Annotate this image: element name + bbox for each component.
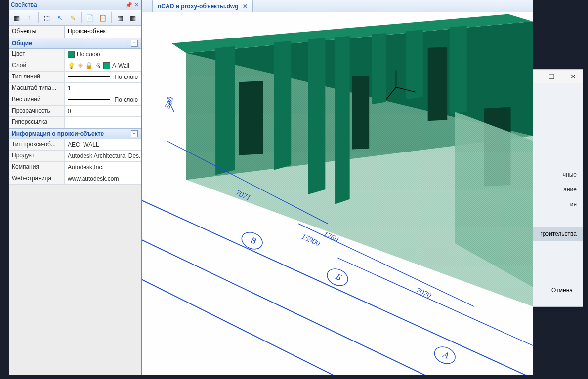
prop-val: Autodesk Architectural Des... (65, 151, 141, 161)
prop-key: Масштаб типа... (9, 83, 65, 94)
pin-icon[interactable]: 📌 (126, 2, 132, 8)
prop-val: По слою (77, 51, 100, 58)
prop-key: Web-страница (9, 173, 65, 184)
lightbulb-icon: 💡 (68, 62, 75, 69)
prop-lineweight[interactable]: Вес линий По слою (9, 94, 141, 106)
dialog-close-icon[interactable]: ✕ (566, 71, 581, 82)
toolbar-btn-3[interactable]: ⬚ (41, 12, 52, 24)
type-value[interactable]: Прокси-объект (65, 26, 141, 38)
prop-proxy-type[interactable]: Тип прокси-об... AEC_WALL (9, 139, 141, 151)
line-sample-icon (68, 99, 110, 101)
prop-val (65, 117, 141, 128)
panel-title: Свойства 📌 ✕ (9, 0, 141, 10)
toolbar-btn-2[interactable]: 1 (24, 12, 35, 24)
lock-icon: 🔓 (85, 62, 92, 69)
prop-key: Гиперссылка (9, 117, 65, 128)
collapse-icon[interactable]: − (131, 130, 138, 137)
sun-icon: ☀ (77, 62, 84, 69)
prop-proxy-product[interactable]: Продукт Autodesk Architectural Des... (9, 151, 141, 162)
prop-val: www.autodesk.com (65, 173, 141, 184)
type-label: Объекты (9, 26, 65, 38)
prop-key: Продукт (9, 151, 65, 161)
prop-linetype[interactable]: Тип линий По слою (9, 72, 141, 83)
tab-label: nCAD и proxy-объекты.dwg (158, 3, 239, 10)
svg-marker-13 (372, 33, 386, 104)
prop-val: AEC_WALL (65, 139, 141, 150)
prop-val: 0 (65, 106, 141, 116)
dimension: 15900 (300, 232, 322, 248)
color-swatch-icon (68, 51, 75, 58)
layer-swatch-icon (103, 62, 110, 69)
prop-key: Компания (9, 162, 65, 173)
prop-ltscale[interactable]: Масштаб типа... 1 (9, 83, 141, 94)
toolbar-btn-1[interactable]: ▦ (11, 12, 22, 24)
toolbar-btn-4[interactable]: ↖ (54, 12, 65, 24)
section-proxy[interactable]: Информация о прокси-объекте − (9, 128, 141, 139)
prop-key: Тип линий (9, 72, 65, 82)
line-sample-icon (68, 76, 110, 78)
prop-key: Вес линий (9, 94, 65, 105)
svg-rect-16 (239, 81, 263, 155)
toolbar-btn-6[interactable]: 📄 (84, 12, 95, 24)
toolbar-btn-5[interactable]: ✎ (67, 12, 79, 24)
collapse-icon[interactable]: − (131, 40, 138, 47)
toolbar-btn-9[interactable]: ▦ (127, 12, 139, 24)
dialog-min-icon[interactable]: ☐ (544, 71, 559, 82)
dimension: 500 (163, 96, 175, 110)
prop-transparency[interactable]: Прозрачность 0 (9, 106, 141, 117)
tab-close-icon[interactable]: ✕ (243, 3, 248, 10)
section-proxy-title: Информация о прокси-объекте (12, 130, 104, 137)
prop-key: Прозрачность (9, 106, 65, 116)
svg-rect-17 (352, 76, 370, 150)
app-window: Свойства 📌 ✕ ▦ 1 ⬚ ↖ ✎ 📄 📋 ▦ ▦ Объекты П… (9, 0, 533, 375)
svg-marker-14 (406, 30, 423, 99)
prop-key: Слой (9, 60, 65, 71)
drawing-viewport[interactable]: nCAD и proxy-объекты.dwg ✕ (141, 0, 533, 375)
svg-marker-9 (215, 46, 235, 175)
prop-key: Цвет (9, 49, 65, 60)
svg-marker-15 (450, 26, 467, 114)
prop-val: A-Wall (112, 62, 129, 69)
close-panel-icon[interactable]: ✕ (134, 2, 139, 8)
svg-rect-18 (428, 47, 448, 121)
svg-marker-10 (274, 41, 292, 170)
drawing-canvas[interactable]: 500 7071 1760 15900 7070 В Б А (142, 12, 533, 375)
section-general-title: Общие (12, 40, 32, 47)
prop-color[interactable]: Цвет По слою (9, 49, 141, 60)
properties-panel: Свойства 📌 ✕ ▦ 1 ⬚ ↖ ✎ 📄 📋 ▦ ▦ Объекты П… (9, 0, 141, 375)
svg-marker-11 (308, 38, 326, 194)
toolbar-btn-8[interactable]: ▦ (114, 12, 126, 24)
dimension: 7070 (415, 286, 433, 300)
section-general[interactable]: Общие − (9, 38, 141, 49)
prop-val: По слою (115, 74, 138, 80)
prop-val: По слою (115, 96, 138, 103)
document-tab[interactable]: nCAD и proxy-объекты.dwg ✕ (152, 0, 253, 12)
object-type-row: Объекты Прокси-объект (9, 26, 141, 38)
prop-layer[interactable]: Слой 💡 ☀ 🔓 🖨 A-Wall (9, 60, 141, 72)
panel-toolbar: ▦ 1 ⬚ ↖ ✎ 📄 📋 ▦ ▦ (9, 10, 141, 26)
prop-hyperlink[interactable]: Гиперссылка (9, 117, 141, 128)
toolbar-btn-7[interactable]: 📋 (97, 12, 109, 24)
print-icon: 🖨 (94, 62, 101, 69)
tab-strip: nCAD и proxy-объекты.dwg ✕ (142, 0, 533, 12)
prop-key: Тип прокси-об... (9, 139, 65, 150)
prop-val: 1 (65, 83, 141, 94)
cancel-button[interactable]: Отмена (542, 279, 583, 302)
prop-proxy-web[interactable]: Web-страница www.autodesk.com (9, 173, 141, 185)
svg-marker-12 (335, 36, 350, 204)
panel-title-text: Свойства (11, 1, 37, 8)
prop-proxy-company[interactable]: Компания Autodesk,Inc. (9, 162, 141, 173)
prop-val: Autodesk,Inc. (65, 162, 141, 173)
panel-empty-area (9, 185, 141, 375)
